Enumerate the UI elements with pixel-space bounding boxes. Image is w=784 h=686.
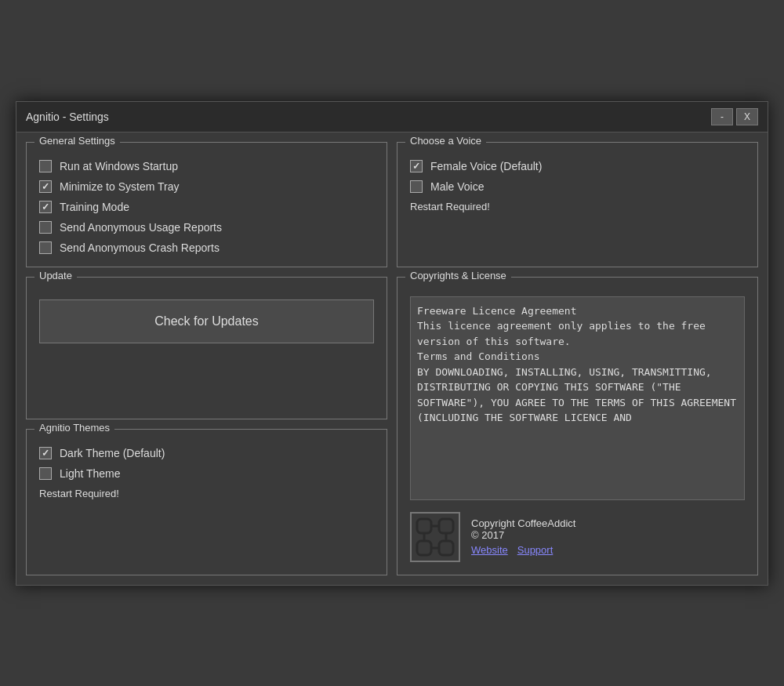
minimize-tray-row: Minimize to System Tray	[39, 180, 374, 193]
check-updates-button[interactable]: Check for Updates	[39, 299, 374, 343]
copyrights-title: Copyrights & License	[405, 270, 511, 281]
logo-svg	[415, 517, 456, 557]
dark-theme-checkbox[interactable]	[39, 447, 52, 459]
copyright-line1: Copyright CoffeeAddict	[471, 517, 575, 529]
training-mode-checkbox[interactable]	[39, 201, 52, 213]
minimize-tray-checkbox[interactable]	[39, 180, 52, 193]
choose-voice-group: Choose a Voice Female Voice (Default) Ma…	[397, 142, 758, 267]
training-mode-label: Training Mode	[60, 201, 129, 213]
main-content: General Settings Run at Windows Startup …	[16, 132, 768, 585]
dark-theme-row: Dark Theme (Default)	[39, 447, 374, 459]
female-voice-row: Female Voice (Default)	[410, 160, 745, 172]
general-settings-title: General Settings	[34, 135, 120, 147]
themes-group: Agnitio Themes Dark Theme (Default) Ligh…	[26, 429, 387, 575]
anon-crash-row: Send Anonymous Crash Reports	[39, 241, 374, 254]
copyright-line2: © 2017	[471, 529, 575, 541]
anon-usage-label: Send Anonymous Usage Reports	[60, 221, 222, 234]
window-controls: - X	[711, 108, 758, 125]
male-voice-checkbox[interactable]	[410, 180, 423, 193]
logo-box	[410, 512, 460, 562]
copyright-text-block: Copyright CoffeeAddict © 2017 Website Su…	[471, 517, 575, 556]
female-voice-label: Female Voice (Default)	[430, 160, 542, 172]
minimize-button[interactable]: -	[711, 108, 733, 125]
svg-rect-1	[439, 519, 453, 533]
light-theme-row: Light Theme	[39, 467, 374, 480]
female-voice-checkbox[interactable]	[410, 160, 423, 172]
training-mode-row: Training Mode	[39, 201, 374, 213]
general-settings-group: General Settings Run at Windows Startup …	[26, 142, 387, 267]
window-title: Agnitio - Settings	[26, 111, 109, 123]
anon-crash-label: Send Anonymous Crash Reports	[60, 241, 220, 254]
themes-title: Agnitio Themes	[34, 422, 114, 434]
license-textarea[interactable]: Freeware Licence Agreement This licence …	[410, 296, 745, 500]
support-link[interactable]: Support	[517, 544, 554, 556]
run-startup-checkbox[interactable]	[39, 160, 52, 172]
dark-theme-label: Dark Theme (Default)	[60, 447, 165, 459]
anon-crash-checkbox[interactable]	[39, 241, 52, 254]
light-theme-label: Light Theme	[60, 467, 121, 480]
copyright-footer: Copyright CoffeeAddict © 2017 Website Su…	[410, 512, 745, 562]
settings-window: Agnitio - Settings - X General Settings …	[16, 101, 768, 586]
svg-rect-2	[417, 541, 431, 555]
minimize-tray-label: Minimize to System Tray	[60, 180, 179, 193]
copyrights-group: Copyrights & License Freeware Licence Ag…	[397, 277, 758, 575]
voice-restart-required: Restart Required!	[410, 201, 745, 212]
svg-rect-3	[439, 541, 453, 555]
run-startup-row: Run at Windows Startup	[39, 160, 374, 172]
anon-usage-row: Send Anonymous Usage Reports	[39, 221, 374, 234]
svg-rect-0	[417, 519, 431, 533]
male-voice-row: Male Voice	[410, 180, 745, 193]
light-theme-checkbox[interactable]	[39, 467, 52, 480]
close-button[interactable]: X	[736, 108, 758, 125]
title-bar: Agnitio - Settings - X	[16, 102, 768, 132]
update-title: Update	[34, 270, 77, 281]
anon-usage-checkbox[interactable]	[39, 221, 52, 234]
themes-restart-required: Restart Required!	[39, 488, 374, 499]
website-link[interactable]: Website	[471, 544, 508, 556]
choose-voice-title: Choose a Voice	[405, 135, 486, 147]
copyright-links: Website Support	[471, 544, 575, 556]
update-group: Update Check for Updates	[26, 277, 387, 419]
male-voice-label: Male Voice	[430, 180, 484, 193]
run-startup-label: Run at Windows Startup	[60, 160, 178, 172]
